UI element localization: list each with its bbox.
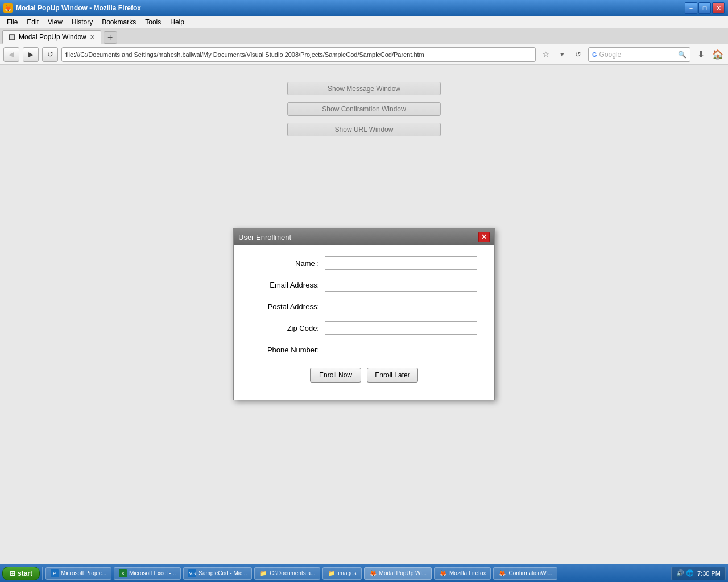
download-icon[interactable]: ⬇ <box>694 47 708 62</box>
form-row-zip: Zip Code: <box>251 321 477 335</box>
window-title: Modal PopUp Window - Mozilla Firefox <box>16 4 141 12</box>
window-controls: − □ ✕ <box>685 2 725 14</box>
window-close-button[interactable]: ✕ <box>712 2 725 14</box>
menu-bookmarks[interactable]: Bookmarks <box>97 17 140 27</box>
forward-button[interactable]: ▶ <box>23 47 39 62</box>
label-name: Name : <box>251 259 325 268</box>
menu-tools[interactable]: Tools <box>140 17 166 27</box>
enroll-later-button[interactable]: Enroll Later <box>367 368 418 383</box>
input-email[interactable] <box>325 278 477 292</box>
input-name[interactable] <box>325 256 477 270</box>
address-bar-input[interactable]: file:///C:/Documents and Settings/mahesh… <box>61 47 536 62</box>
search-submit-icon[interactable]: 🔍 <box>678 51 686 59</box>
menu-bar: File Edit View History Bookmarks Tools H… <box>0 16 728 28</box>
browser-icon: 🦊 <box>3 3 13 13</box>
modal-buttons: Enroll Now Enroll Later <box>251 368 477 388</box>
input-postal[interactable] <box>325 300 477 313</box>
tab-bar: 🔲 Modal PopUp Window ✕ + <box>0 28 728 44</box>
modal-title-bar: User Enrollment ✕ <box>234 229 494 245</box>
modal-close-button[interactable]: ✕ <box>478 232 490 242</box>
menu-history[interactable]: History <box>67 17 97 27</box>
modal-overlay: User Enrollment ✕ Name : Email Address: … <box>0 65 728 564</box>
bookmark-star-icon[interactable]: ☆ <box>539 47 553 62</box>
form-row-email: Email Address: <box>251 278 477 292</box>
form-row-postal: Postal Address: <box>251 300 477 313</box>
label-postal: Postal Address: <box>251 302 325 311</box>
tab-1-label: Modal PopUp Window <box>19 33 86 41</box>
tab-page-icon: 🔲 <box>9 34 15 40</box>
title-bar: 🦊 Modal PopUp Window - Mozilla Firefox −… <box>0 0 728 16</box>
menu-file[interactable]: File <box>2 17 22 27</box>
dropdown-icon[interactable]: ▾ <box>555 47 569 62</box>
browser-content: Show Message Window Show Confiramtion Wi… <box>0 65 728 564</box>
modal-body: Name : Email Address: Postal Address: Zi… <box>234 245 494 400</box>
input-phone[interactable] <box>325 343 477 356</box>
tab-close-icon[interactable]: ✕ <box>90 34 95 41</box>
enroll-now-button[interactable]: Enroll Now <box>310 368 361 383</box>
refresh-icon[interactable]: ↺ <box>571 47 585 62</box>
new-tab-button[interactable]: + <box>104 31 117 44</box>
address-url: file:///C:/Documents and Settings/mahesh… <box>65 51 424 58</box>
address-bar: ◀ ▶ ↺ file:///C:/Documents and Settings/… <box>0 44 728 65</box>
form-row-name: Name : <box>251 256 477 270</box>
modal-dialog: User Enrollment ✕ Name : Email Address: … <box>233 228 495 400</box>
menu-view[interactable]: View <box>43 17 67 27</box>
input-zip[interactable] <box>325 321 477 335</box>
label-email: Email Address: <box>251 281 325 289</box>
tab-1[interactable]: 🔲 Modal PopUp Window ✕ <box>2 30 101 44</box>
maximize-button[interactable]: □ <box>698 2 711 14</box>
back-button[interactable]: ◀ <box>3 47 19 62</box>
search-placeholder: Google <box>599 51 622 59</box>
reload-button[interactable]: ↺ <box>42 47 58 62</box>
label-phone: Phone Number: <box>251 346 325 354</box>
search-bar[interactable]: G Google 🔍 <box>588 47 690 62</box>
google-icon: G <box>592 51 597 58</box>
modal-title: User Enrollment <box>238 233 291 242</box>
menu-edit[interactable]: Edit <box>22 17 43 27</box>
minimize-button[interactable]: − <box>685 2 697 14</box>
form-row-phone: Phone Number: <box>251 343 477 356</box>
menu-help[interactable]: Help <box>166 17 189 27</box>
home-icon[interactable]: 🏠 <box>711 47 725 62</box>
label-zip: Zip Code: <box>251 324 325 332</box>
